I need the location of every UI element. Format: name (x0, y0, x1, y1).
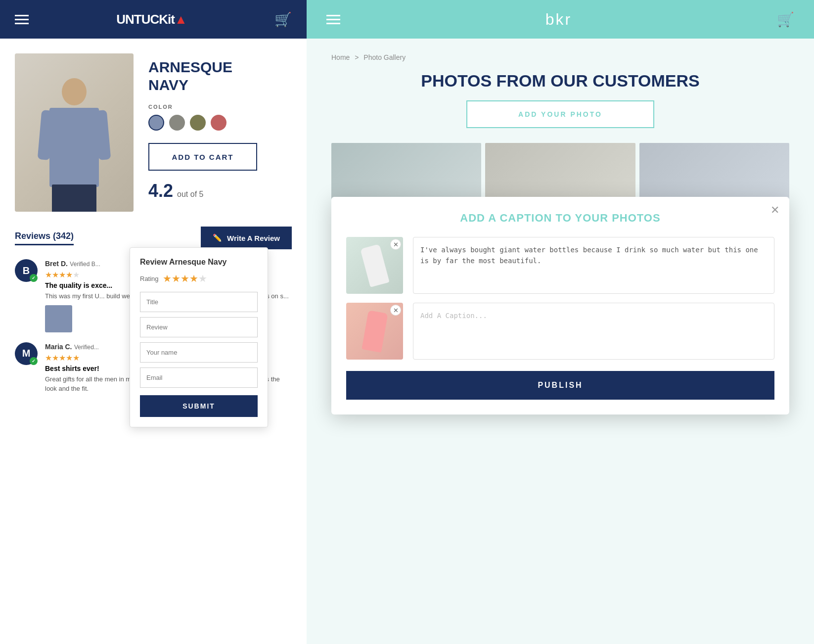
left-header: UNTUCKit▲ 🛒 (0, 0, 307, 39)
reviewer-badge-1: Verified B... (70, 261, 100, 268)
cart-icon-right[interactable]: 🛒 (777, 11, 794, 28)
caption-row-1: ✕ I've always bought giant water bottles… (346, 237, 774, 294)
photos-page-title: PHOTOS FROM OUR CUSTOMERS (331, 71, 789, 91)
email-input[interactable] (140, 368, 258, 388)
hamburger-menu-right-icon[interactable] (326, 15, 340, 24)
rating-number: 4.2 (148, 181, 173, 201)
review-input[interactable] (140, 317, 258, 337)
verified-badge: ✓ (30, 274, 38, 282)
popup-stars: ★★★★★ (163, 273, 207, 284)
reviewer-badge-2: Verified... (74, 344, 99, 351)
breadcrumb-separator: > (355, 53, 359, 61)
figure-head (62, 78, 87, 105)
product-section: ARNESQUE NAVY COLOR ADD TO CART 4.2 out … (15, 53, 292, 212)
swatch-blue[interactable] (148, 115, 164, 131)
hamburger-menu-icon[interactable] (15, 15, 29, 24)
brand-logo-untuckit: UNTUCKit▲ (116, 12, 186, 27)
review-popup: Review Arnesque Navy Rating ★★★★★ SUBMIT (130, 247, 268, 427)
photo-remove-btn-1[interactable]: ✕ (390, 239, 401, 250)
edit-icon: ✏️ (213, 233, 222, 242)
popup-title: Review Arnesque Navy (140, 258, 258, 267)
caption-photo-2: ✕ (346, 303, 403, 360)
bottle-pink-icon (362, 310, 388, 353)
product-image (15, 53, 134, 212)
modal-title: ADD A CAPTION TO YOUR PHOTOS (346, 212, 774, 225)
breadcrumb: Home > Photo Gallery (331, 53, 789, 61)
publish-button[interactable]: PUBLISH (346, 371, 774, 400)
name-input[interactable] (140, 342, 258, 363)
caption-textarea-1[interactable]: I've always bought giant water bottles b… (413, 237, 774, 294)
swatch-gray[interactable] (169, 115, 185, 131)
product-title: ARNESQUE NAVY (148, 58, 292, 94)
avatar-b: B ✓ (15, 259, 38, 282)
reviews-title: Reviews (342) (15, 231, 74, 245)
verified-badge-2: ✓ (30, 357, 38, 365)
swatch-olive[interactable] (190, 115, 206, 131)
product-info: ARNESQUE NAVY COLOR ADD TO CART 4.2 out … (148, 53, 292, 212)
color-swatches (148, 115, 292, 131)
breadcrumb-home[interactable]: Home (331, 53, 350, 61)
brand-logo-bkr: bkr (545, 10, 572, 29)
title-input[interactable] (140, 292, 258, 312)
submit-button[interactable]: SUBMIT (140, 395, 258, 417)
cart-icon-left[interactable]: 🛒 (274, 11, 292, 28)
review-thumbnail-1 (45, 305, 72, 332)
rating-row: Rating ★★★★★ (140, 273, 258, 284)
rating-label: Rating (140, 275, 159, 282)
swatch-red[interactable] (211, 115, 226, 131)
photo-remove-btn-2[interactable]: ✕ (390, 305, 401, 316)
rating-text: out of 5 (177, 190, 203, 199)
breadcrumb-current: Photo Gallery (363, 53, 406, 61)
caption-textarea-2[interactable] (413, 303, 774, 360)
right-content: Home > Photo Gallery PHOTOS FROM OUR CUS… (307, 39, 814, 644)
rating-section: 4.2 out of 5 (148, 181, 292, 201)
right-header: bkr 🛒 (307, 0, 814, 39)
figure-pants (52, 184, 96, 212)
add-to-cart-button[interactable]: ADD TO CART (148, 143, 257, 171)
avatar-m: M ✓ (15, 342, 38, 365)
color-label: COLOR (148, 104, 292, 110)
modal-close-button[interactable]: ✕ (770, 205, 779, 216)
write-review-button[interactable]: ✏️ Write A Review (201, 227, 292, 249)
caption-row-2: ✕ (346, 303, 774, 360)
bottle-white-icon (360, 244, 389, 287)
reviewer-name-1: Bret D. (45, 260, 68, 268)
caption-modal: ✕ ADD A CAPTION TO YOUR PHOTOS ✕ I've al… (331, 197, 789, 414)
add-photo-button[interactable]: ADD YOUR PHOTO (466, 100, 654, 128)
figure-body (49, 108, 99, 187)
reviewer-name-2: Maria C. (45, 343, 72, 351)
caption-photo-1: ✕ (346, 237, 403, 294)
reviews-header: Reviews (342) ✏️ Write A Review (15, 227, 292, 249)
